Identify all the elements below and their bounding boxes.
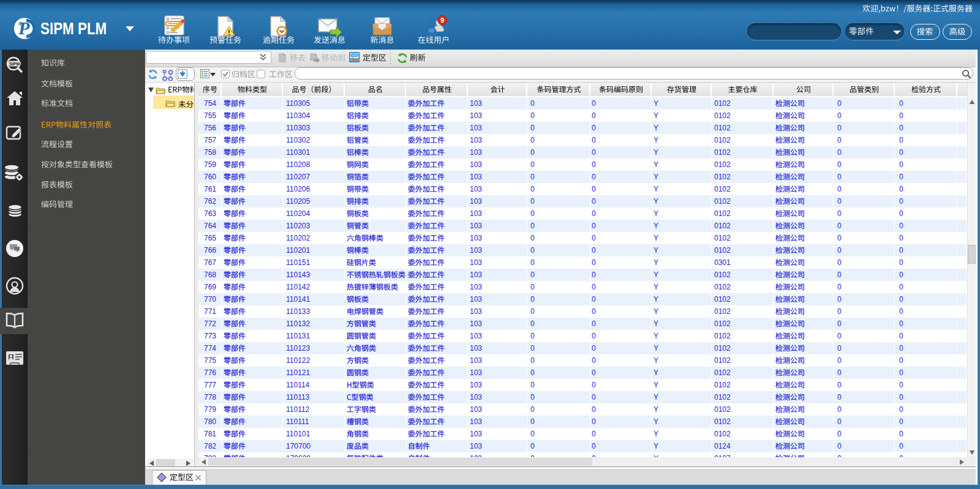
svg-text:SIPM: SIPM (9, 62, 20, 66)
svg-text:P: P (18, 18, 30, 38)
svg-text:9: 9 (440, 17, 444, 24)
